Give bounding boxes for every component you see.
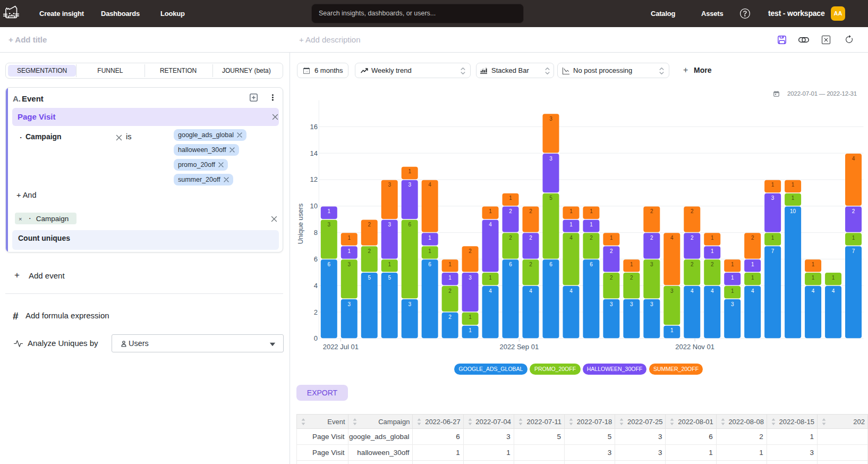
svg-text:1: 1 <box>731 275 734 281</box>
svg-text:3: 3 <box>347 261 351 267</box>
svg-text:2: 2 <box>314 308 318 316</box>
svg-text:4: 4 <box>711 288 714 294</box>
svg-text:12: 12 <box>310 175 318 183</box>
svg-text:6: 6 <box>328 261 331 267</box>
svg-text:10: 10 <box>790 208 796 214</box>
svg-text:1: 1 <box>711 248 714 254</box>
svg-text:3: 3 <box>469 275 472 281</box>
svg-text:1: 1 <box>610 235 613 241</box>
svg-text:4: 4 <box>691 288 694 294</box>
svg-text:4: 4 <box>670 235 674 241</box>
svg-text:3: 3 <box>408 182 411 188</box>
svg-text:10: 10 <box>310 202 318 210</box>
svg-text:1: 1 <box>448 275 452 281</box>
svg-text:1: 1 <box>590 222 593 227</box>
svg-text:3: 3 <box>388 182 391 188</box>
svg-text:2: 2 <box>650 235 653 241</box>
svg-text:1: 1 <box>670 327 674 333</box>
svg-text:1: 1 <box>428 235 431 241</box>
svg-text:6: 6 <box>314 255 318 263</box>
svg-text:1: 1 <box>469 314 472 320</box>
svg-text:2: 2 <box>691 261 694 267</box>
svg-text:1: 1 <box>428 248 431 254</box>
svg-text:3: 3 <box>388 222 391 227</box>
svg-text:3: 3 <box>549 116 552 122</box>
svg-text:2: 2 <box>368 248 371 254</box>
svg-text:2: 2 <box>691 208 694 214</box>
svg-text:5: 5 <box>549 195 552 201</box>
svg-text:2: 2 <box>691 235 694 241</box>
svg-text:6: 6 <box>408 222 411 227</box>
svg-text:2: 2 <box>711 261 714 267</box>
svg-text:4: 4 <box>569 288 573 294</box>
svg-text:3: 3 <box>650 301 653 307</box>
svg-text:4: 4 <box>852 156 855 162</box>
svg-text:6: 6 <box>428 261 431 267</box>
svg-text:2: 2 <box>469 248 472 254</box>
svg-text:1: 1 <box>489 208 492 214</box>
svg-text:4: 4 <box>314 282 318 290</box>
svg-text:5: 5 <box>388 275 391 281</box>
svg-text:2: 2 <box>610 248 613 254</box>
svg-text:3: 3 <box>408 301 411 307</box>
svg-text:4: 4 <box>489 288 492 294</box>
svg-text:1: 1 <box>792 195 795 201</box>
svg-text:2: 2 <box>448 314 452 320</box>
svg-text:1: 1 <box>771 235 775 241</box>
svg-text:3: 3 <box>731 301 734 307</box>
svg-text:1: 1 <box>731 288 734 294</box>
svg-text:3: 3 <box>650 261 653 267</box>
svg-text:Unique users: Unique users <box>296 203 304 244</box>
svg-text:1: 1 <box>448 261 452 267</box>
svg-text:1: 1 <box>812 261 815 267</box>
svg-text:1: 1 <box>792 182 795 188</box>
svg-text:1: 1 <box>569 222 573 227</box>
svg-text:1: 1 <box>408 168 411 174</box>
svg-text:8: 8 <box>314 229 318 237</box>
svg-text:6: 6 <box>509 261 512 267</box>
svg-text:3: 3 <box>328 222 331 227</box>
svg-text:1: 1 <box>347 235 351 241</box>
svg-text:2: 2 <box>529 261 532 267</box>
svg-text:1: 1 <box>469 327 472 333</box>
svg-text:4: 4 <box>751 288 754 294</box>
svg-text:1: 1 <box>812 275 815 281</box>
svg-text:1: 1 <box>328 208 331 214</box>
svg-text:3: 3 <box>630 301 633 307</box>
svg-text:4: 4 <box>428 182 431 188</box>
svg-text:3: 3 <box>610 301 613 307</box>
svg-text:1: 1 <box>832 275 835 281</box>
svg-text:2: 2 <box>650 208 653 214</box>
svg-text:1: 1 <box>751 275 754 281</box>
svg-text:2: 2 <box>448 288 452 294</box>
svg-text:2: 2 <box>630 275 633 281</box>
svg-text:3: 3 <box>549 156 552 162</box>
svg-text:2: 2 <box>509 208 512 214</box>
svg-text:2: 2 <box>610 275 613 281</box>
svg-text:1: 1 <box>509 195 512 201</box>
svg-text:7: 7 <box>852 248 855 254</box>
svg-text:2022 Sep 01: 2022 Sep 01 <box>499 343 539 351</box>
svg-text:2: 2 <box>509 235 512 241</box>
svg-text:1: 1 <box>489 275 492 281</box>
svg-text:1: 1 <box>347 248 351 254</box>
svg-text:4: 4 <box>812 288 815 294</box>
svg-text:4: 4 <box>529 288 532 294</box>
svg-text:6: 6 <box>590 261 593 267</box>
svg-text:1: 1 <box>711 235 714 241</box>
svg-text:2: 2 <box>852 208 855 214</box>
svg-text:3: 3 <box>771 195 775 201</box>
svg-text:5: 5 <box>368 275 371 281</box>
svg-text:1: 1 <box>630 261 633 267</box>
svg-text:4: 4 <box>832 288 835 294</box>
svg-text:2: 2 <box>529 235 532 241</box>
svg-text:2022 Jul 01: 2022 Jul 01 <box>323 343 359 351</box>
svg-text:2: 2 <box>751 235 754 241</box>
svg-text:1: 1 <box>771 182 775 188</box>
svg-text:3: 3 <box>347 301 351 307</box>
svg-text:2: 2 <box>368 222 371 227</box>
svg-text:3: 3 <box>670 288 674 294</box>
svg-text:4: 4 <box>489 222 492 227</box>
svg-text:1: 1 <box>569 208 573 214</box>
svg-text:2022 Nov 01: 2022 Nov 01 <box>675 343 714 351</box>
